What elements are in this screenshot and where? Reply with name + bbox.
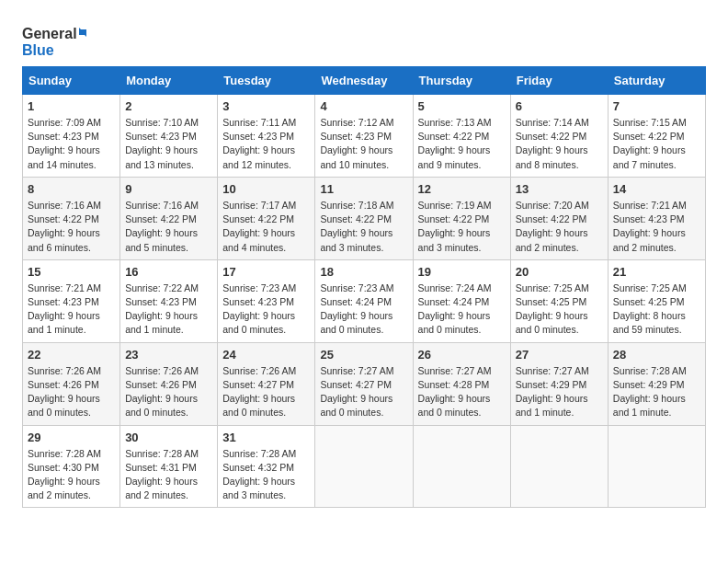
sunrise-text: Sunrise: 7:14 AM: [516, 117, 589, 128]
day-number: 1: [28, 99, 115, 113]
day-number: 12: [418, 182, 506, 196]
sunset-text: Sunset: 4:26 PM: [28, 379, 99, 390]
day-number: 30: [125, 431, 212, 444]
day-info: Sunrise: 7:28 AMSunset: 4:31 PMDaylight:…: [125, 447, 212, 503]
sunrise-text: Sunrise: 7:27 AM: [320, 365, 393, 376]
day-number: 15: [28, 265, 115, 279]
calendar-cell: 7Sunrise: 7:15 AMSunset: 4:22 PMDaylight…: [608, 95, 705, 178]
daylight-text: Daylight: 9 hours and 2 minutes.: [28, 476, 100, 500]
day-info: Sunrise: 7:16 AMSunset: 4:22 PMDaylight:…: [28, 199, 115, 255]
logo: General Blue: [22, 22, 86, 59]
calendar-cell: 18Sunrise: 7:23 AMSunset: 4:24 PMDayligh…: [315, 259, 413, 342]
calendar-cell: 5Sunrise: 7:13 AMSunset: 4:22 PMDaylight…: [413, 95, 510, 178]
sunrise-text: Sunrise: 7:13 AM: [418, 117, 492, 128]
day-number: 10: [222, 182, 310, 196]
day-number: 16: [125, 265, 212, 279]
day-info: Sunrise: 7:10 AMSunset: 4:23 PMDaylight:…: [125, 116, 212, 172]
sunset-text: Sunset: 4:22 PM: [125, 213, 197, 224]
calendar-cell: 31Sunrise: 7:28 AMSunset: 4:32 PMDayligh…: [218, 425, 315, 508]
sunrise-text: Sunrise: 7:20 AM: [516, 200, 589, 211]
weekday-header-friday: Friday: [510, 67, 608, 95]
calendar-cell: 2Sunrise: 7:10 AMSunset: 4:23 PMDaylight…: [120, 95, 218, 178]
day-number: 3: [222, 99, 310, 113]
daylight-text: Daylight: 9 hours and 3 minutes.: [320, 227, 392, 252]
daylight-text: Daylight: 9 hours and 0 minutes.: [320, 310, 392, 335]
sunrise-text: Sunrise: 7:21 AM: [613, 200, 687, 211]
sunset-text: Sunset: 4:29 PM: [516, 379, 587, 390]
calendar-cell: 9Sunrise: 7:16 AMSunset: 4:22 PMDaylight…: [120, 177, 218, 259]
daylight-text: Daylight: 9 hours and 8 minutes.: [516, 144, 588, 169]
day-number: 14: [613, 182, 700, 196]
day-info: Sunrise: 7:11 AMSunset: 4:23 PMDaylight:…: [222, 116, 310, 172]
day-info: Sunrise: 7:09 AMSunset: 4:23 PMDaylight:…: [28, 116, 115, 172]
day-number: 2: [125, 99, 212, 113]
day-number: 25: [320, 348, 407, 362]
calendar-week-row: 29Sunrise: 7:28 AMSunset: 4:30 PMDayligh…: [23, 425, 706, 508]
daylight-text: Daylight: 9 hours and 6 minutes.: [28, 227, 100, 252]
sunset-text: Sunset: 4:22 PM: [222, 213, 294, 224]
weekday-header-monday: Monday: [120, 67, 218, 95]
calendar-cell: 23Sunrise: 7:26 AMSunset: 4:26 PMDayligh…: [120, 342, 218, 425]
sunset-text: Sunset: 4:27 PM: [320, 379, 392, 390]
day-number: 4: [320, 99, 407, 113]
day-info: Sunrise: 7:27 AMSunset: 4:29 PMDaylight:…: [516, 364, 603, 420]
daylight-text: Daylight: 9 hours and 0 minutes.: [28, 393, 100, 418]
sunset-text: Sunset: 4:23 PM: [125, 296, 197, 307]
weekday-header-sunday: Sunday: [23, 67, 120, 95]
daylight-text: Daylight: 9 hours and 0 minutes.: [418, 310, 491, 335]
day-number: 28: [613, 348, 700, 362]
calendar-cell: 27Sunrise: 7:27 AMSunset: 4:29 PMDayligh…: [510, 342, 608, 425]
weekday-header-row: SundayMondayTuesdayWednesdayThursdayFrid…: [23, 67, 706, 95]
sunrise-text: Sunrise: 7:22 AM: [125, 282, 199, 293]
day-info: Sunrise: 7:16 AMSunset: 4:22 PMDaylight:…: [125, 199, 212, 255]
daylight-text: Daylight: 8 hours and 59 minutes.: [613, 310, 686, 335]
day-number: 29: [28, 431, 115, 444]
sunset-text: Sunset: 4:27 PM: [222, 379, 294, 390]
daylight-text: Daylight: 9 hours and 2 minutes.: [613, 227, 686, 252]
sunset-text: Sunset: 4:25 PM: [613, 296, 685, 307]
sunrise-text: Sunrise: 7:15 AM: [613, 117, 687, 128]
day-info: Sunrise: 7:21 AMSunset: 4:23 PMDaylight:…: [28, 282, 115, 338]
calendar-cell: 15Sunrise: 7:21 AMSunset: 4:23 PMDayligh…: [23, 259, 120, 342]
calendar-week-row: 15Sunrise: 7:21 AMSunset: 4:23 PMDayligh…: [23, 259, 706, 342]
weekday-header-thursday: Thursday: [413, 67, 510, 95]
weekday-header-wednesday: Wednesday: [315, 67, 413, 95]
calendar-cell: 20Sunrise: 7:25 AMSunset: 4:25 PMDayligh…: [510, 259, 608, 342]
sunset-text: Sunset: 4:26 PM: [125, 379, 197, 390]
sunrise-text: Sunrise: 7:19 AM: [418, 200, 492, 211]
sunset-text: Sunset: 4:22 PM: [613, 131, 685, 142]
day-number: 9: [125, 182, 212, 196]
daylight-text: Daylight: 9 hours and 13 minutes.: [125, 144, 198, 169]
daylight-text: Daylight: 9 hours and 0 minutes.: [418, 393, 491, 418]
sunrise-text: Sunrise: 7:27 AM: [516, 365, 589, 376]
sunrise-text: Sunrise: 7:28 AM: [222, 448, 296, 459]
sunset-text: Sunset: 4:22 PM: [418, 213, 490, 224]
daylight-text: Daylight: 9 hours and 5 minutes.: [125, 227, 198, 252]
weekday-header-tuesday: Tuesday: [218, 67, 315, 95]
sunrise-text: Sunrise: 7:21 AM: [28, 282, 101, 293]
sunrise-text: Sunrise: 7:10 AM: [125, 117, 199, 128]
calendar-cell: 29Sunrise: 7:28 AMSunset: 4:30 PMDayligh…: [23, 425, 120, 508]
daylight-text: Daylight: 9 hours and 1 minute.: [516, 393, 588, 418]
sunrise-text: Sunrise: 7:23 AM: [320, 282, 393, 293]
daylight-text: Daylight: 9 hours and 0 minutes.: [516, 310, 588, 335]
daylight-text: Daylight: 9 hours and 1 minute.: [125, 310, 198, 335]
sunrise-text: Sunrise: 7:28 AM: [28, 448, 101, 459]
calendar-cell: 21Sunrise: 7:25 AMSunset: 4:25 PMDayligh…: [608, 259, 705, 342]
day-number: 17: [222, 265, 310, 279]
sunrise-text: Sunrise: 7:17 AM: [222, 200, 296, 211]
sunset-text: Sunset: 4:24 PM: [418, 296, 490, 307]
sunrise-text: Sunrise: 7:18 AM: [320, 200, 393, 211]
daylight-text: Daylight: 9 hours and 9 minutes.: [418, 144, 491, 169]
calendar-cell: 3Sunrise: 7:11 AMSunset: 4:23 PMDaylight…: [218, 95, 315, 178]
day-info: Sunrise: 7:25 AMSunset: 4:25 PMDaylight:…: [613, 282, 700, 338]
sunrise-text: Sunrise: 7:25 AM: [613, 282, 687, 293]
sunrise-text: Sunrise: 7:26 AM: [222, 365, 296, 376]
calendar-cell: 19Sunrise: 7:24 AMSunset: 4:24 PMDayligh…: [413, 259, 510, 342]
day-info: Sunrise: 7:23 AMSunset: 4:24 PMDaylight:…: [320, 282, 407, 338]
day-info: Sunrise: 7:17 AMSunset: 4:22 PMDaylight:…: [222, 199, 310, 255]
sunset-text: Sunset: 4:31 PM: [125, 462, 197, 473]
day-info: Sunrise: 7:12 AMSunset: 4:23 PMDaylight:…: [320, 116, 407, 172]
day-info: Sunrise: 7:25 AMSunset: 4:25 PMDaylight:…: [516, 282, 603, 338]
day-number: 26: [418, 348, 506, 362]
